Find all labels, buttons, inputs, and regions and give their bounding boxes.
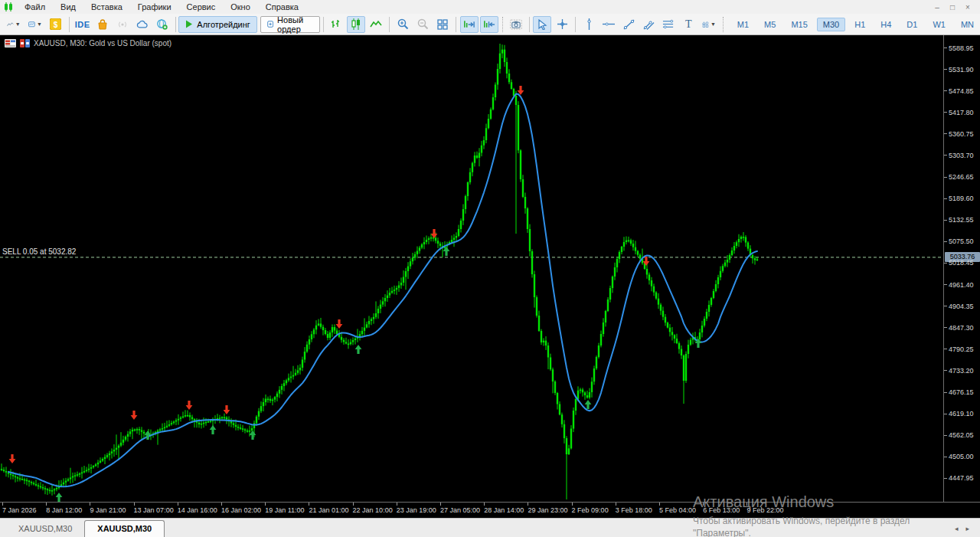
fibonacci-tool-button[interactable]: [659, 16, 678, 33]
price-tick: [944, 90, 947, 91]
timeframe-m30[interactable]: M30: [817, 18, 845, 31]
chart-tab-1[interactable]: XAUUSD,M30: [84, 520, 165, 537]
chevron-down-icon: ▼: [37, 21, 42, 27]
bar-chart-mode-button[interactable]: [327, 16, 345, 33]
price-tick: [944, 327, 947, 328]
chart-tab-bar: XAUUSD,M30XAUUSD,M30◂▸: [0, 518, 980, 537]
timeframe-m5[interactable]: M5: [758, 18, 782, 31]
time-label: 13 Jan 07:00: [134, 506, 174, 514]
shift-left-icon: [483, 19, 495, 29]
timeframe-m15[interactable]: M15: [785, 18, 813, 31]
menu-item-4[interactable]: Сервис: [179, 2, 224, 12]
menu-item-1[interactable]: Вид: [53, 2, 83, 12]
zoom-in-button[interactable]: [394, 16, 412, 33]
auto-scroll-button[interactable]: [480, 16, 498, 33]
open-position-label: SELL 0.05 at 5032.82: [2, 247, 76, 256]
time-tick: [397, 503, 397, 506]
candle-chart-mode-button[interactable]: [347, 16, 365, 33]
menu-item-2[interactable]: Вставка: [83, 2, 130, 12]
market-watch-button[interactable]: $: [47, 16, 65, 33]
ide-button[interactable]: IDE: [74, 16, 92, 33]
chevron-down-icon: ▼: [15, 21, 21, 27]
menu-item-6[interactable]: Справка: [258, 2, 306, 12]
trendline-tool-button[interactable]: [619, 16, 638, 33]
close-button[interactable]: ×: [962, 3, 974, 11]
sell-arrow-icon: [336, 319, 343, 329]
price-label: 5246.65: [949, 173, 974, 181]
vertical-line-tool-button[interactable]: [580, 16, 598, 33]
tile-windows-icon: [437, 19, 448, 30]
sell-arrow-icon: [9, 454, 16, 463]
tab-scroll-buttons: ◂▸: [955, 525, 980, 537]
cloud-button[interactable]: [133, 16, 152, 33]
time-axis[interactable]: 7 Jan 20268 Jan 12:009 Jan 21:0013 Jan 0…: [0, 502, 980, 518]
price-chart[interactable]: [0, 35, 943, 502]
timeframe-w1[interactable]: W1: [926, 18, 952, 31]
timeframe-h1[interactable]: H1: [848, 18, 871, 31]
tab-scroll-right-button[interactable]: ▸: [965, 525, 969, 532]
time-tick: [528, 503, 528, 506]
timeframe-m1[interactable]: M1: [731, 18, 755, 31]
menu-item-5[interactable]: Окно: [223, 2, 258, 12]
time-tick: [746, 503, 747, 506]
time-label: 22 Jan 10:00: [353, 506, 393, 514]
tile-windows-button[interactable]: [433, 16, 452, 33]
screenshot-button[interactable]: [507, 16, 525, 33]
signals-button[interactable]: [113, 16, 132, 33]
price-label: 5075.50: [949, 237, 974, 245]
shift-end-button[interactable]: [460, 16, 479, 33]
market-store-button[interactable]: [93, 16, 112, 33]
globe-plus-icon: [156, 18, 168, 30]
sell-arrow-icon: [431, 229, 438, 238]
price-tick: [944, 457, 947, 457]
line-chart-mode-button[interactable]: [367, 16, 385, 33]
price-label: 5417.80: [949, 109, 974, 116]
price-tick: [944, 284, 947, 285]
channel-tool-button[interactable]: [639, 16, 658, 33]
menu-item-3[interactable]: Графики: [130, 2, 179, 12]
separator: [529, 17, 530, 32]
timeframe-h4[interactable]: H4: [874, 18, 897, 31]
chart-header: XAUUSD, M30: Gold vs US Dollar (spot): [5, 39, 172, 47]
timeframe-mn[interactable]: MN: [955, 18, 980, 31]
price-axis[interactable]: 5033.76 5588.955531.905474.855417.805360…: [943, 35, 980, 502]
indicators-button[interactable]: ▼: [25, 16, 45, 33]
cursor-tool-button[interactable]: [533, 16, 551, 33]
chart-tab-0[interactable]: XAUUSD,M30: [6, 521, 84, 537]
horizontal-line-tool-button[interactable]: [599, 16, 618, 33]
time-label: 16 Jan 02:00: [221, 506, 261, 514]
signal-arrows: [9, 86, 702, 502]
text-tool-button[interactable]: T: [679, 16, 697, 33]
zoom-out-button[interactable]: [413, 16, 432, 33]
minimize-button[interactable]: –: [931, 3, 943, 11]
main-menu: ФайлВидВставкаГрафикиСервисОкноСправка: [17, 2, 306, 12]
separator: [69, 17, 70, 32]
chart-area[interactable]: XAUUSD, M30: Gold vs US Dollar (spot) SE…: [0, 35, 980, 502]
zoom-out-icon: [417, 18, 429, 30]
price-label: 4904.35: [949, 303, 974, 310]
sell-arrow-icon: [131, 411, 138, 420]
crosshair-tool-button[interactable]: [553, 16, 571, 33]
signals-icon: [116, 20, 129, 29]
new-order-button[interactable]: Новый ордер: [260, 16, 320, 33]
chart-profile-button[interactable]: ▼: [4, 16, 24, 33]
time-tick: [703, 503, 704, 506]
shapes-tool-button[interactable]: ▼: [699, 16, 719, 33]
time-label: 9 Jan 21:00: [90, 506, 126, 514]
menu-item-0[interactable]: Файл: [17, 2, 53, 12]
time-label: 14 Jan 16:00: [178, 506, 217, 514]
price-tick: [944, 241, 947, 242]
restore-button[interactable]: □: [946, 3, 959, 11]
time-tick: [353, 503, 354, 506]
price-label: 4733.20: [949, 367, 974, 375]
timeframe-d1[interactable]: D1: [900, 18, 923, 31]
price-tick: [944, 133, 947, 134]
tab-scroll-left-button[interactable]: ◂: [955, 525, 959, 532]
price-tick: [944, 47, 947, 48]
algo-trading-button[interactable]: Алготрейдинг: [178, 16, 256, 33]
vps-button[interactable]: [153, 16, 172, 33]
window-controls: – □ ×: [931, 3, 980, 11]
line-chart-icon: [7, 20, 14, 29]
buy-arrow-icon: [355, 345, 362, 354]
new-order-icon: [267, 19, 273, 29]
